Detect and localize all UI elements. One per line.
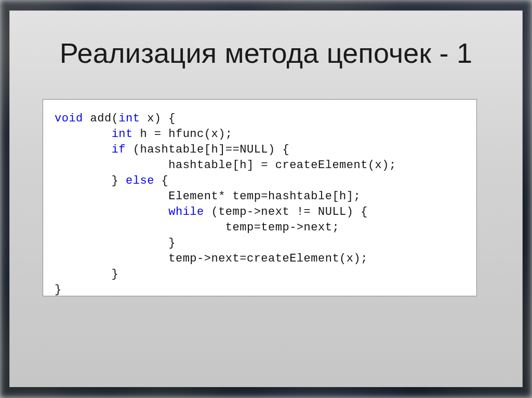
code-text: x) { — [140, 112, 176, 125]
code-text: add( — [83, 112, 119, 125]
code-text: temp->next=createElement(x); — [55, 252, 368, 265]
code-listing: void add(int x) { int h = hfunc(x); if (… — [55, 111, 466, 298]
code-text — [55, 128, 112, 141]
code-text: (temp->next != NULL) { — [204, 205, 368, 218]
code-text: } — [55, 268, 118, 281]
code-text: (hashtable[h]==NULL) { — [126, 143, 289, 156]
code-text: } — [55, 237, 176, 250]
code-box: void add(int x) { int h = hfunc(x); if (… — [43, 99, 477, 296]
slide-title: Реализация метода цепочек - 1 — [10, 37, 522, 69]
kw-if: if — [112, 143, 126, 156]
code-text: { — [154, 174, 168, 187]
code-text — [55, 143, 112, 156]
code-text: temp=temp->next; — [55, 221, 339, 234]
kw-int: int — [112, 128, 133, 141]
code-text: hashtable[h] = createElement(x); — [55, 159, 396, 172]
code-text: } — [55, 174, 126, 187]
kw-while: while — [168, 205, 204, 218]
code-text: h = hfunc(x); — [133, 128, 233, 141]
code-text: Element* temp=hashtable[h]; — [55, 190, 361, 203]
kw-else: else — [126, 174, 154, 187]
slide: Реализация метода цепочек - 1 void add(i… — [9, 10, 523, 387]
kw-int: int — [118, 112, 140, 125]
code-text — [55, 205, 168, 218]
code-text: } — [55, 283, 62, 296]
kw-void: void — [55, 112, 83, 125]
